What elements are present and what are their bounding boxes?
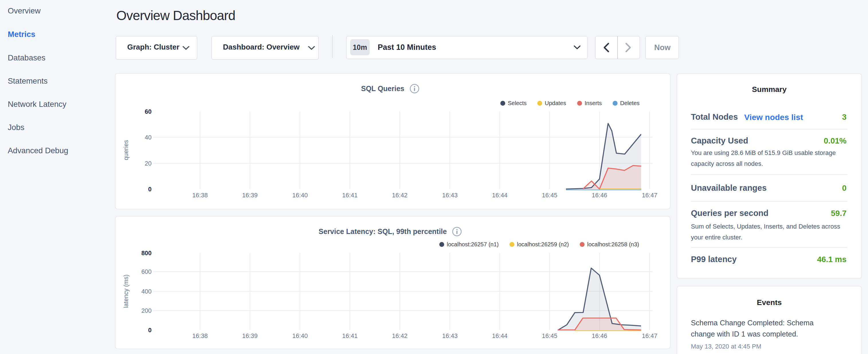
svg-text:16:39: 16:39 bbox=[242, 332, 258, 340]
svg-text:16:41: 16:41 bbox=[342, 332, 358, 340]
svg-text:queries: queries bbox=[123, 140, 129, 160]
svg-text:16:46: 16:46 bbox=[592, 332, 607, 340]
svg-text:600: 600 bbox=[141, 268, 152, 275]
svg-text:16:43: 16:43 bbox=[442, 332, 458, 340]
svg-text:16:44: 16:44 bbox=[492, 192, 507, 199]
svg-text:16:38: 16:38 bbox=[192, 332, 208, 340]
svg-text:16:40: 16:40 bbox=[292, 332, 308, 340]
svg-text:16:47: 16:47 bbox=[642, 332, 657, 340]
svg-text:0: 0 bbox=[148, 327, 152, 334]
svg-text:16:47: 16:47 bbox=[642, 192, 657, 199]
svg-text:0: 0 bbox=[148, 186, 152, 193]
svg-text:16:45: 16:45 bbox=[542, 332, 557, 340]
svg-text:16:45: 16:45 bbox=[542, 192, 557, 199]
svg-text:16:46: 16:46 bbox=[592, 192, 607, 199]
svg-text:16:43: 16:43 bbox=[442, 192, 458, 199]
svg-text:16:39: 16:39 bbox=[242, 192, 258, 199]
svg-text:16:41: 16:41 bbox=[342, 192, 358, 199]
svg-text:60: 60 bbox=[145, 108, 152, 115]
svg-text:800: 800 bbox=[141, 250, 152, 257]
svg-text:200: 200 bbox=[141, 307, 152, 314]
svg-text:16:42: 16:42 bbox=[392, 192, 407, 199]
svg-text:latency (ms): latency (ms) bbox=[123, 275, 129, 308]
svg-text:16:42: 16:42 bbox=[392, 332, 407, 340]
svg-text:16:40: 16:40 bbox=[292, 192, 308, 199]
svg-text:400: 400 bbox=[141, 288, 152, 295]
svg-text:40: 40 bbox=[145, 134, 152, 141]
svg-text:16:44: 16:44 bbox=[492, 332, 507, 340]
svg-text:20: 20 bbox=[145, 160, 152, 167]
svg-text:16:38: 16:38 bbox=[192, 192, 208, 199]
